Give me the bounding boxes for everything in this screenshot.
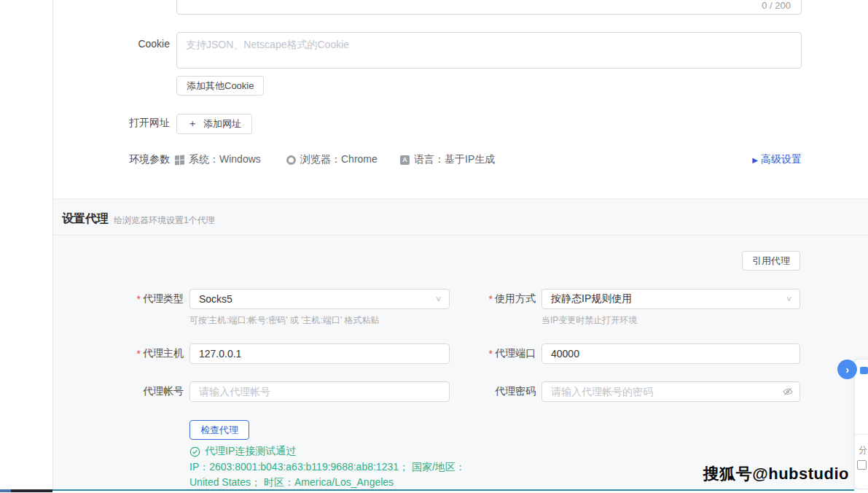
proxy-type-select[interactable]: Socks5 ∨ <box>189 289 450 309</box>
triangle-right-icon: ▶ <box>752 156 758 164</box>
drawer-text-fragment: 分 <box>859 444 867 457</box>
proxy-port-label-text: 代理端口 <box>495 347 536 360</box>
env-browser-text: 浏览器：Chrome <box>300 153 378 166</box>
section-header-divider <box>52 235 868 236</box>
cookie-textarea[interactable]: 支持JSON、Netscape格式的Cookie <box>176 32 802 69</box>
char-counter: 0 / 200 <box>762 0 791 11</box>
plus-icon: ＋ <box>187 117 198 131</box>
drawer-blue-icon-fragment <box>860 367 868 374</box>
proxy-type-value: Socks5 <box>199 293 232 305</box>
proxy-account-label: 代理帐号 <box>73 381 184 402</box>
drawer-toggle-button[interactable]: › <box>837 360 857 379</box>
advanced-settings-link[interactable]: ▶ 高级设置 <box>752 150 802 170</box>
add-url-button[interactable]: ＋ 添加网址 <box>176 114 252 134</box>
proxy-account-input[interactable] <box>189 381 450 402</box>
proxy-password-label: 代理密码 <box>423 381 536 402</box>
required-mark: * <box>489 348 493 360</box>
check-proxy-button[interactable]: 检查代理 <box>189 420 249 440</box>
env-language: A 语言：基于IP生成 <box>400 150 495 170</box>
proxy-test-ip-line: IP：2603:8001:b043:a63:b119:9688:ab8:1231… <box>189 461 466 474</box>
proxy-test-geo-line: United States； 时区：America/Los_Angeles <box>189 476 394 489</box>
windows-icon <box>175 155 184 165</box>
env-system: 系统：Windows <box>175 150 261 170</box>
watermark: 搜狐号@hubstudio <box>703 463 849 485</box>
proxy-port-label: * 代理端口 <box>423 343 536 364</box>
proxy-password-input[interactable] <box>541 381 800 402</box>
usage-mode-value: 按静态IP规则使用 <box>551 292 632 306</box>
bottom-strip-dark-segment <box>11 489 52 492</box>
section-top-divider <box>52 198 868 199</box>
required-mark: * <box>137 348 141 360</box>
chevron-right-icon: › <box>845 364 849 376</box>
usage-mode-label-text: 使用方式 <box>495 292 536 306</box>
proxy-host-label: * 代理主机 <box>73 343 184 364</box>
proxy-section-subtitle: 给浏览器环境设置1个代理 <box>114 214 215 227</box>
proxy-type-label: * 代理类型 <box>73 289 184 309</box>
check-circle-icon <box>189 446 200 457</box>
side-drawer-panel <box>854 359 868 489</box>
usage-mode-label: * 使用方式 <box>423 289 536 309</box>
add-url-button-label: 添加网址 <box>203 117 241 131</box>
proxy-port-input[interactable] <box>541 343 800 364</box>
advanced-settings-label: 高级设置 <box>761 153 802 166</box>
add-other-cookie-button[interactable]: 添加其他Cookie <box>176 76 264 96</box>
proxy-host-input[interactable] <box>189 343 450 364</box>
bottom-strip-progress-line <box>52 489 854 491</box>
quote-proxy-button[interactable]: 引用代理 <box>742 251 800 271</box>
proxy-type-help: 可按'主机:端口:帐号:密码' 或 '主机:端口' 格式粘贴 <box>189 314 380 327</box>
usage-mode-help: 当IP变更时禁止打开环境 <box>541 314 637 327</box>
proxy-host-label-text: 代理主机 <box>143 347 184 360</box>
proxy-test-status-text: 代理IP连接测试通过 <box>205 445 296 458</box>
required-mark: * <box>489 293 493 305</box>
usage-mode-select[interactable]: 按静态IP规则使用 ∨ <box>541 289 800 309</box>
cookie-placeholder: 支持JSON、Netscape格式的Cookie <box>186 39 349 50</box>
remark-textarea[interactable]: 0 / 200 <box>176 0 802 15</box>
eye-off-icon[interactable] <box>783 387 793 397</box>
env-params-label: 环境参数 <box>58 150 170 170</box>
chrome-icon <box>286 155 296 165</box>
env-language-text: 语言：基于IP生成 <box>414 153 495 166</box>
drawer-divider <box>855 434 868 435</box>
chevron-down-icon: ∨ <box>786 295 792 303</box>
proxy-test-status: 代理IP连接测试通过 <box>189 445 296 458</box>
proxy-section-title: 设置代理 <box>62 211 109 227</box>
cookie-label: Cookie <box>58 34 170 54</box>
required-mark: * <box>137 293 141 305</box>
drawer-checkbox-fragment[interactable] <box>857 460 867 470</box>
env-system-text: 系统：Windows <box>189 153 261 166</box>
language-icon: A <box>400 155 410 165</box>
env-browser: 浏览器：Chrome <box>286 150 378 170</box>
left-gutter <box>0 0 53 493</box>
proxy-type-label-text: 代理类型 <box>143 292 184 306</box>
open-url-label: 打开网址 <box>58 113 170 133</box>
bottom-strip-blue-segment <box>0 489 11 492</box>
